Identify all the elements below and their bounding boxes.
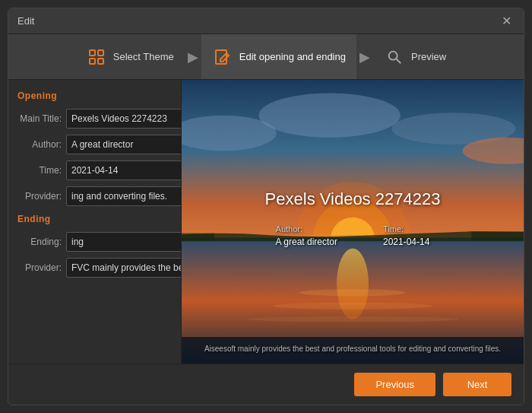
- preview-overlay: Pexels Videos 2274223 Author: A great di…: [182, 80, 524, 364]
- arrow-2-icon: ▶: [356, 49, 373, 65]
- step-select-theme-label: Select Theme: [113, 51, 174, 62]
- next-button[interactable]: Next: [443, 373, 511, 396]
- left-panel: Opening Main Title: Author: Time: Provid…: [8, 80, 182, 364]
- svg-line-6: [397, 59, 401, 63]
- preview-meta: Author: A great director Time: 2021-04-1…: [276, 224, 430, 247]
- time-label: Time:: [17, 165, 62, 176]
- svg-rect-1: [98, 50, 103, 56]
- provider-input[interactable]: [66, 186, 182, 206]
- ending-section-label: Ending: [17, 214, 172, 224]
- preview-time-key: Time:: [383, 224, 429, 234]
- step-select-theme[interactable]: Select Theme: [75, 34, 185, 79]
- svg-rect-0: [90, 50, 95, 56]
- edit-icon: [212, 46, 233, 68]
- preview-author-val: A great director: [276, 237, 337, 247]
- ending-provider-label: Provider:: [17, 262, 62, 273]
- time-row: Time:: [17, 160, 172, 180]
- close-button[interactable]: ✕: [499, 14, 515, 29]
- previous-button[interactable]: Previous: [354, 373, 435, 396]
- svg-rect-3: [98, 59, 103, 64]
- opening-section-label: Opening: [17, 91, 172, 101]
- step-preview[interactable]: Preview: [373, 34, 457, 79]
- author-input[interactable]: [66, 135, 182, 154]
- title-bar: Edit ✕: [8, 8, 524, 34]
- step-edit-opening-ending[interactable]: Edit opening and ending: [201, 34, 356, 79]
- author-label: Author:: [17, 139, 62, 150]
- provider-label: Provider:: [17, 191, 62, 202]
- preview-author-key: Author:: [276, 224, 337, 234]
- main-title-row: Main Title:: [17, 109, 172, 129]
- svg-point-5: [389, 51, 397, 59]
- right-panel: Pexels Videos 2274223 Author: A great di…: [182, 80, 524, 364]
- preview-video-title: Pexels Videos 2274223: [265, 189, 441, 209]
- content-area: Opening Main Title: Author: Time: Provid…: [8, 80, 524, 364]
- arrow-1-icon: ▶: [185, 49, 201, 65]
- main-title-input[interactable]: [66, 109, 182, 129]
- preview-provider-text: Aiseesoft mainly provides the best and p…: [182, 345, 524, 353]
- provider-row: Provider:: [17, 186, 172, 206]
- modal-title: Edit: [17, 15, 34, 27]
- main-title-label: Main Title:: [17, 113, 62, 124]
- footer: Previous Next: [8, 364, 524, 405]
- ending-provider-input[interactable]: [66, 258, 182, 278]
- step-preview-label: Preview: [411, 51, 446, 62]
- ending-row: Ending:: [17, 232, 172, 252]
- edit-modal: Edit ✕ Select Theme ▶: [8, 8, 524, 405]
- search-icon: [384, 46, 405, 68]
- ending-input[interactable]: [66, 232, 182, 252]
- preview-image: Pexels Videos 2274223 Author: A great di…: [182, 80, 524, 364]
- preview-time-col: Time: 2021-04-14: [383, 224, 429, 247]
- ending-provider-row: Provider:: [17, 258, 172, 278]
- grid-icon: [86, 46, 107, 68]
- preview-time-val: 2021-04-14: [383, 237, 429, 247]
- svg-rect-2: [90, 59, 95, 64]
- preview-author-col: Author: A great director: [276, 224, 337, 247]
- ending-label: Ending:: [17, 237, 62, 247]
- step-edit-label: Edit opening and ending: [239, 51, 346, 62]
- author-row: Author:: [17, 135, 172, 154]
- toolbar: Select Theme ▶ Edit opening and ending ▶: [8, 34, 524, 80]
- time-input[interactable]: [66, 160, 182, 180]
